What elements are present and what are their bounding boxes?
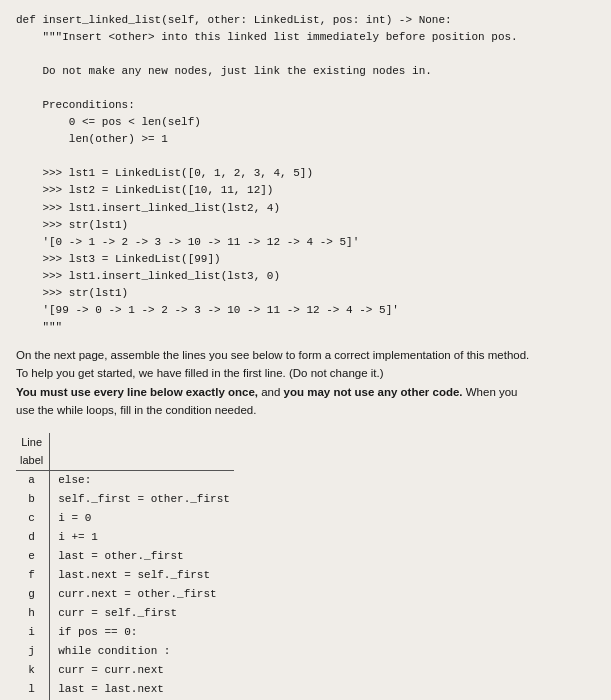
table-row: llast = last.next [16, 680, 234, 699]
table-header-row: Line label [16, 433, 234, 470]
row-code: last.next = self._first [50, 566, 234, 585]
table-row: kcurr = curr.next [16, 661, 234, 680]
row-code: last = last.next [50, 680, 234, 699]
table-row: flast.next = self._first [16, 566, 234, 585]
prose-normal-1: and [258, 386, 284, 398]
prose-line1: On the next page, assemble the lines you… [16, 349, 529, 361]
prose-line4: use the while loops, fill in the conditi… [16, 404, 256, 416]
row-label: l [16, 680, 50, 699]
row-code: else: [50, 470, 234, 490]
row-label: j [16, 642, 50, 661]
header-code-cell [50, 433, 234, 470]
row-code: curr = curr.next [50, 661, 234, 680]
row-code: i = 0 [50, 509, 234, 528]
row-label: c [16, 509, 50, 528]
header-label-cell: Line label [16, 433, 50, 470]
prose-normal-2: When you [463, 386, 518, 398]
row-label: d [16, 528, 50, 547]
prose-bold-2: you may not use any other code. [284, 386, 463, 398]
row-code: while condition : [50, 642, 234, 661]
main-content: def insert_linked_list(self, other: Link… [16, 12, 595, 700]
row-label: i [16, 623, 50, 642]
prose-section: On the next page, assemble the lines you… [16, 346, 595, 420]
table-row: jwhile condition : [16, 642, 234, 661]
row-code: curr = self._first [50, 604, 234, 623]
table-row: ci = 0 [16, 509, 234, 528]
prose-bold-1: You must use every line below exactly on… [16, 386, 258, 398]
row-label: f [16, 566, 50, 585]
row-code: curr.next = other._first [50, 585, 234, 604]
table-row: elast = other._first [16, 547, 234, 566]
row-label: h [16, 604, 50, 623]
row-code: i += 1 [50, 528, 234, 547]
table-row: di += 1 [16, 528, 234, 547]
prose-line3: You must use every line below exactly on… [16, 386, 518, 398]
line-table-section: Line label aelse:bself._first = other._f… [16, 433, 595, 700]
row-label: b [16, 490, 50, 509]
row-code: last = other._first [50, 547, 234, 566]
table-row: iif pos == 0: [16, 623, 234, 642]
code-block: def insert_linked_list(self, other: Link… [16, 12, 595, 336]
row-label: e [16, 547, 50, 566]
line-table: Line label aelse:bself._first = other._f… [16, 433, 234, 700]
row-code: self._first = other._first [50, 490, 234, 509]
table-row: bself._first = other._first [16, 490, 234, 509]
row-code: if pos == 0: [50, 623, 234, 642]
table-row: gcurr.next = other._first [16, 585, 234, 604]
row-label: g [16, 585, 50, 604]
prose-line2: To help you get started, we have filled … [16, 367, 384, 379]
table-row: aelse: [16, 470, 234, 490]
table-row: hcurr = self._first [16, 604, 234, 623]
row-label: a [16, 470, 50, 490]
row-label: k [16, 661, 50, 680]
